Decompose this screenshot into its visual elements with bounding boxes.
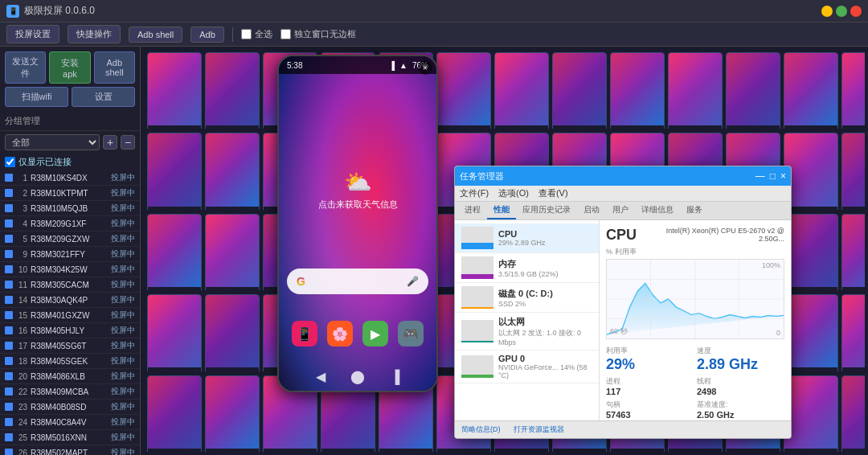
device-item[interactable]: 2 R38M10KTPMT 投屏中 xyxy=(0,186,140,201)
phone-thumbnail[interactable]: 73 ⬡ xyxy=(147,294,202,371)
phone-thumbnail[interactable]: 50 ⬡ xyxy=(205,214,260,290)
adb-shell-button[interactable]: Adb shell xyxy=(129,27,182,43)
device-item[interactable]: 10 R38M304K25W 投屏中 xyxy=(0,262,140,277)
phone-thumbnail[interactable]: 11 ⬡ xyxy=(726,52,780,129)
device-item[interactable]: 1 R38M10KS4DX 投屏中 xyxy=(0,170,140,186)
device-item[interactable]: 4 R38M209G1XF 投屏中 xyxy=(0,216,140,232)
phone-thumbnail[interactable]: 109 ⬡ xyxy=(841,375,865,452)
quick-ops-button[interactable]: 快捷操作 xyxy=(68,25,121,43)
phone-thumbnail[interactable]: 37 ⬡ xyxy=(841,133,865,209)
device-item[interactable]: 11 R38M305CACM 投屏中 xyxy=(0,277,140,293)
phone-thumbnail[interactable]: 108 ⬡ xyxy=(784,375,838,452)
close-button[interactable]: × xyxy=(850,6,862,17)
screen-settings-button[interactable]: 投屏设置 xyxy=(6,25,59,43)
phone-status-bar: 5:38 ▐ ▲ 76% xyxy=(279,56,436,74)
phone-thumbnail[interactable]: 61 ⬡ xyxy=(841,214,865,290)
add-group-button[interactable]: + xyxy=(103,135,117,150)
phone-thumbnail[interactable]: 74 ⬡ xyxy=(205,294,260,371)
phone-close-button[interactable]: × xyxy=(418,60,432,75)
device-item[interactable]: 5 R38M209GZXW 投屏中 xyxy=(0,232,140,247)
device-checkbox xyxy=(5,387,13,396)
phone-thumbnail[interactable]: 60 ⬡ xyxy=(784,214,838,290)
phone-thumbnail[interactable]: 85 ⬡ xyxy=(841,294,865,371)
adb-button[interactable]: Adb xyxy=(190,27,224,43)
phone-thumbnail[interactable]: 98 ⬡ xyxy=(205,375,260,452)
chart-min-label: 0 xyxy=(776,329,780,337)
app-icon-1[interactable]: 📱 xyxy=(292,321,317,346)
install-apk-button[interactable]: 安装apk xyxy=(49,51,90,84)
device-item[interactable]: 25 R38M5016XNN 投屏中 xyxy=(0,430,140,445)
brief-info-button[interactable]: 简略信息(D) xyxy=(461,424,501,435)
phone-thumbnail[interactable]: 6 ⬡ xyxy=(436,52,491,129)
phone-thumbnail[interactable]: 7 ⬡ xyxy=(494,52,549,129)
scan-wifi-button[interactable]: 扫描wifi xyxy=(5,87,68,107)
tm-file-menu[interactable]: 文件(F) xyxy=(460,187,489,199)
tm-resource-item[interactable]: 内存 3.5/15.9 GB (22%) xyxy=(455,253,599,283)
show-online-checkbox[interactable] xyxy=(5,157,15,167)
device-item[interactable]: 14 R38M30AQK4P 投屏中 xyxy=(0,293,140,308)
app-icon-3[interactable]: ▶ xyxy=(362,321,388,346)
phone-thumbnail[interactable]: 2 ⬡ xyxy=(205,52,260,129)
phone-thumbnail[interactable]: 10 ⬡ xyxy=(668,52,723,129)
device-item[interactable]: 15 R38M401GXZW 投屏中 xyxy=(0,308,140,323)
full-select-input[interactable] xyxy=(241,29,252,39)
send-file-button[interactable]: 发送文件 xyxy=(5,51,46,84)
phone-thumbnail[interactable]: 97 ⬡ xyxy=(147,375,202,452)
independent-window-input[interactable] xyxy=(280,29,291,39)
minimize-button[interactable]: — xyxy=(821,6,833,17)
device-name: R38M405SG6T xyxy=(31,342,108,350)
tm-tab[interactable]: 应用历史记录 xyxy=(516,202,577,219)
phone-thumbnail[interactable]: 49 ⬡ xyxy=(147,214,202,290)
phone-thumbnail[interactable]: 26 ⬡ xyxy=(205,133,260,209)
recent-nav-button[interactable]: ▐ xyxy=(391,370,399,384)
tm-resource-item[interactable]: GPU 0 NVIDIA GeForce... 14% (58 °C) xyxy=(455,350,599,383)
tm-minimize-button[interactable]: — xyxy=(755,170,765,182)
full-select-checkbox[interactable]: 全选 xyxy=(241,28,272,40)
tm-tab[interactable]: 详细信息 xyxy=(635,202,680,219)
tm-resource-item[interactable]: 以太网 以太网 2 发送: 1.0 接收: 0 Mbps xyxy=(455,313,599,350)
app-icon-2[interactable]: 🌸 xyxy=(327,321,353,346)
device-item[interactable]: 17 R38M405SG6T 投屏中 xyxy=(0,338,140,354)
device-item[interactable]: 9 R38M3021FFY 投屏中 xyxy=(0,247,140,262)
phone-search-bar[interactable]: G 🎤 xyxy=(287,268,428,294)
maximize-button[interactable]: □ xyxy=(836,6,847,17)
remove-group-button[interactable]: − xyxy=(121,135,135,150)
independent-window-checkbox[interactable]: 独立窗口无边框 xyxy=(280,28,356,40)
tm-resource-item[interactable]: 磁盘 0 (C: D:) SSD 2% xyxy=(455,283,599,313)
device-item[interactable]: 20 R38M4086XLB 投屏中 xyxy=(0,369,140,384)
device-item[interactable]: 16 R38M405HJLY 投屏中 xyxy=(0,323,140,338)
phone-thumbnail[interactable]: 8 ⬡ xyxy=(552,52,607,129)
device-item[interactable]: 3 R38M10M5QJB 投屏中 xyxy=(0,201,140,216)
tm-view-menu[interactable]: 查看(V) xyxy=(538,187,568,199)
device-item[interactable]: 22 R38M409MCBA 投屏中 xyxy=(0,384,140,400)
tm-tab[interactable]: 进程 xyxy=(458,202,487,219)
tm-tab[interactable]: 性能 xyxy=(487,202,516,219)
phone-thumbnail[interactable]: 13 ⬡ xyxy=(841,52,865,129)
app-icon-4[interactable]: 🎮 xyxy=(398,321,424,346)
phone-thumbnail[interactable]: 1 ⬡ xyxy=(147,52,202,129)
device-item[interactable]: 26 R38M502MAPT 投屏中 xyxy=(0,445,140,455)
phone-thumbnail[interactable]: 12 ⬡ xyxy=(784,52,838,129)
tm-tab[interactable]: 服务 xyxy=(680,202,709,219)
tm-resource-item[interactable]: CPU 29% 2.89 GHz xyxy=(455,223,599,253)
app-title: 极限投屏 0.0.6.0 xyxy=(24,4,95,18)
phone-thumbnail[interactable]: 9 ⬡ xyxy=(610,52,665,129)
sidebar-adb-shell-button[interactable]: Adb shell xyxy=(94,51,135,84)
tm-maximize-button[interactable]: □ xyxy=(770,170,776,182)
tm-tab[interactable]: 启动 xyxy=(577,202,606,219)
phone-thumbnail[interactable]: 84 ⬡ xyxy=(784,294,838,371)
device-item[interactable]: 18 R38M405SGEK 投屏中 xyxy=(0,354,140,369)
tm-close-button[interactable]: × xyxy=(780,170,786,182)
home-nav-button[interactable]: ⬤ xyxy=(350,369,365,384)
tm-tab[interactable]: 用户 xyxy=(606,202,635,219)
device-item[interactable]: 23 R38M40B08SD 投屏中 xyxy=(0,400,140,415)
tm-options-menu[interactable]: 选项(O) xyxy=(498,187,529,199)
phone-thumbnail[interactable]: 36 ⬡ xyxy=(784,133,838,209)
device-item[interactable]: 24 R38M40C8A4V 投屏中 xyxy=(0,415,140,430)
open-monitor-button[interactable]: 打开资源监视器 xyxy=(514,424,564,435)
settings-button[interactable]: 设置 xyxy=(72,87,135,107)
filter-select[interactable]: 全部 xyxy=(5,134,100,150)
resource-sub: SSD 2% xyxy=(498,300,592,308)
phone-thumbnail[interactable]: 25 ⬡ xyxy=(147,133,202,209)
back-nav-button[interactable]: ◀ xyxy=(316,369,326,384)
